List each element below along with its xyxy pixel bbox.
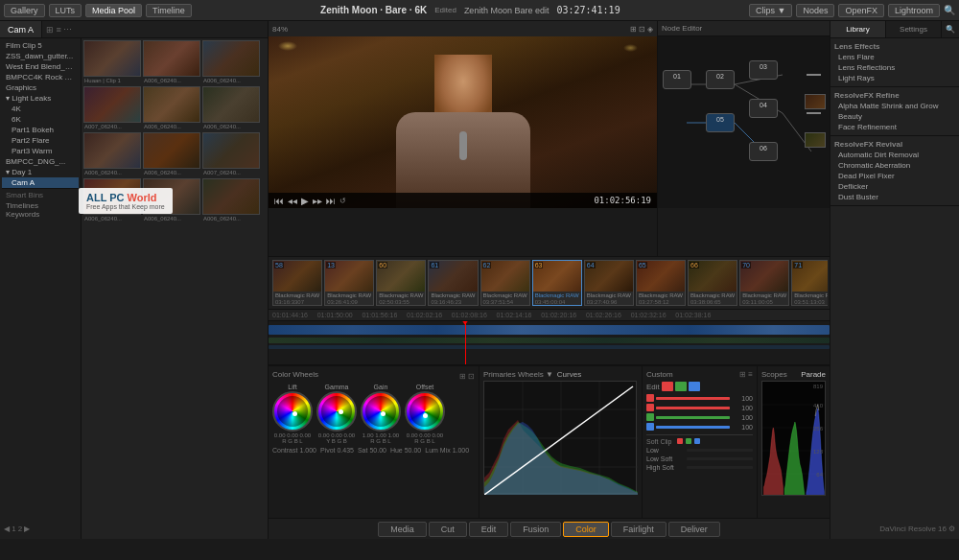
- edit-green[interactable]: [675, 382, 687, 391]
- tree-zss[interactable]: ZSS_dawn_gutter...: [2, 51, 79, 61]
- slider-1[interactable]: [656, 397, 730, 400]
- tree-west-end[interactable]: West End Blend_K...: [2, 61, 79, 72]
- thumb-4[interactable]: A007_06240...: [83, 86, 141, 130]
- prev-frame-btn[interactable]: ⏮: [274, 196, 284, 206]
- lib-lens-reflections[interactable]: Lens Reflections: [834, 62, 955, 73]
- play-back-btn[interactable]: ◂◂: [288, 196, 297, 206]
- slider-3[interactable]: [656, 416, 730, 419]
- tree-film-clip5[interactable]: Film Clip 5: [2, 40, 79, 51]
- lib-auto-dirt[interactable]: Automatic Dirt Removal: [834, 150, 955, 160]
- cut-tab[interactable]: Cut: [429, 522, 467, 537]
- strip-clip-62[interactable]: 62 Blackmagic RAW 03:37:51:54: [480, 260, 530, 306]
- strip-clip-70[interactable]: 70 Blackmagic RAW 03:11:00:05: [739, 260, 789, 306]
- node-6[interactable]: 06: [749, 142, 778, 161]
- clips-btn[interactable]: Clips ▼: [749, 4, 792, 17]
- edit-red[interactable]: [662, 382, 673, 391]
- offset-circle[interactable]: [405, 391, 445, 432]
- node-1[interactable]: 01: [663, 70, 691, 89]
- gamma-circle[interactable]: [316, 391, 357, 432]
- edit-blue[interactable]: [689, 382, 700, 391]
- search-icon[interactable]: 🔍: [944, 5, 955, 15]
- media-pool-btn[interactable]: Media Pool: [85, 4, 142, 17]
- thumb-6[interactable]: A006_06240...: [202, 86, 260, 130]
- thumb-2[interactable]: A006_06240...: [143, 40, 200, 84]
- library-tab[interactable]: Library: [830, 21, 886, 37]
- edit-tab[interactable]: Edit: [469, 522, 509, 537]
- resolvefx-refine-title: ResolveFX Refine: [834, 90, 955, 101]
- clip-num-63: 63: [534, 262, 544, 268]
- strip-clip-65[interactable]: 65 Blackmagic RAW 03:27:58:12: [636, 260, 686, 306]
- lib-alpha-matte[interactable]: Alpha Matte Shrink and Grow: [834, 101, 955, 111]
- lib-deflicker[interactable]: Deflicker: [834, 181, 955, 192]
- high-soft-label: High Soft: [646, 464, 685, 471]
- lib-dead-pixel[interactable]: Dead Pixel Fixer: [834, 171, 955, 181]
- luts-btn[interactable]: LUTs: [49, 4, 82, 17]
- tree-part1[interactable]: Part1 Bokeh: [2, 125, 79, 135]
- tree-light-leaks[interactable]: ▾ Light Leaks: [2, 93, 79, 104]
- tree-day1[interactable]: ▾ Day 1: [2, 167, 79, 177]
- tree-4k[interactable]: 4K: [2, 104, 79, 114]
- curves-canvas[interactable]: [483, 381, 637, 494]
- low-slider[interactable]: [687, 449, 753, 452]
- thumb-5[interactable]: A006_06240...: [143, 86, 200, 130]
- hue-val: Hue 50.00: [390, 447, 421, 454]
- thumb-12[interactable]: A006_06240...: [202, 178, 260, 222]
- fairlight-tab[interactable]: Fairlight: [611, 522, 667, 537]
- tree-part3[interactable]: Part3 Warm: [2, 146, 79, 156]
- play-btn[interactable]: ▶: [301, 196, 309, 206]
- lift-circle[interactable]: [272, 391, 313, 432]
- media-tab[interactable]: Media: [378, 522, 427, 537]
- cam-a-tab[interactable]: Cam A: [0, 21, 42, 37]
- lib-beauty[interactable]: Beauty: [834, 111, 955, 122]
- tree-part2[interactable]: Part2 Flare: [2, 135, 79, 146]
- openfx-btn[interactable]: OpenFX: [838, 4, 884, 17]
- node-2[interactable]: 02: [706, 70, 735, 89]
- thumb-7[interactable]: A006_06240...: [83, 132, 141, 176]
- timeline-btn[interactable]: Timeline: [146, 4, 192, 17]
- tree-6k[interactable]: 6K: [2, 114, 79, 125]
- node-4[interactable]: 04: [749, 99, 778, 118]
- gallery-btn[interactable]: Gallery: [4, 4, 45, 17]
- slider-2[interactable]: [656, 407, 730, 409]
- next-frame-btn[interactable]: ⏭: [326, 196, 336, 206]
- color-tab[interactable]: Color: [563, 522, 609, 537]
- search-icon-rp[interactable]: 🔍: [942, 21, 959, 37]
- tree-cama[interactable]: Cam A: [2, 177, 79, 188]
- low-soft-slider[interactable]: [687, 457, 753, 460]
- strip-clip-58[interactable]: 58 Blackmagic RAW 03:16:3307: [272, 260, 322, 306]
- strip-clip-71[interactable]: 71 Blackmagic RAW 03:51:13:03: [791, 260, 828, 306]
- deliver-tab[interactable]: Deliver: [668, 522, 720, 537]
- thumb-3[interactable]: A006_06240...: [202, 40, 260, 84]
- lib-chromatic[interactable]: Chromatic Aberration: [834, 160, 955, 171]
- strip-clip-66[interactable]: 66 Blackmagic RAW 03:38:06:65: [688, 260, 737, 306]
- strip-clip-60[interactable]: 60 Blackmagic RAW 02:50:03:55: [376, 260, 426, 306]
- strip-clip-64[interactable]: 64 Blackmagic RAW 03:27:40:96: [584, 260, 634, 306]
- strip-clip-63[interactable]: 63 Blackmagic RAW 03:45:00:04: [532, 260, 582, 306]
- tree-bmpcc4k[interactable]: BMPCC4K Rock &...: [2, 72, 79, 82]
- thumb-9[interactable]: A007_06240...: [202, 132, 260, 176]
- play-fwd-btn[interactable]: ▸▸: [313, 196, 322, 206]
- thumb-8[interactable]: A006_06240...: [143, 132, 200, 176]
- panel-controls[interactable]: ⊞ ≡ ⋯: [42, 25, 76, 35]
- lib-light-rays[interactable]: Light Rays: [834, 73, 955, 83]
- nodes-btn[interactable]: Nodes: [796, 4, 834, 17]
- strip-clip-13[interactable]: 13 Blackmagic RAW 03:26:41:09: [324, 260, 374, 306]
- keywords-item[interactable]: Keywords: [6, 210, 75, 219]
- lib-lens-flare[interactable]: Lens Flare: [834, 52, 955, 62]
- high-soft-slider[interactable]: [687, 466, 753, 469]
- tree-bmpcc-dng[interactable]: BMPCC_DNG_...: [2, 156, 79, 167]
- thumb-1[interactable]: Huaan | Clip 1: [83, 40, 141, 84]
- fusion-tab[interactable]: Fusion: [510, 522, 561, 537]
- strip-clip-61[interactable]: 61 Blackmagic RAW 03:16:46:23: [428, 260, 478, 306]
- node-3[interactable]: 03: [749, 60, 778, 80]
- tree-graphics[interactable]: Graphics: [2, 82, 79, 93]
- lib-dust-buster[interactable]: Dust Buster: [834, 192, 955, 202]
- lightroom-btn[interactable]: Lightroom: [888, 4, 940, 17]
- node-5[interactable]: 05: [706, 113, 735, 132]
- slider-4[interactable]: [656, 426, 730, 429]
- timelines-item[interactable]: Timelines: [6, 201, 75, 210]
- gain-circle[interactable]: [361, 391, 401, 432]
- loop-btn[interactable]: ↺: [339, 197, 346, 205]
- lib-face-refinement[interactable]: Face Refinement: [834, 122, 955, 132]
- settings-tab[interactable]: Settings: [886, 21, 942, 37]
